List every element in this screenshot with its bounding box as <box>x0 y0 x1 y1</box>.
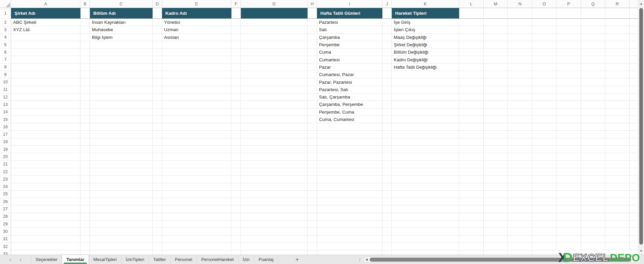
cell-partial8[interactable] <box>630 64 638 71</box>
cell-G2[interactable] <box>241 19 308 26</box>
cell-G16[interactable] <box>241 123 308 131</box>
cell-F22[interactable] <box>231 168 241 176</box>
cell-G19[interactable] <box>241 146 308 153</box>
row-header-20[interactable]: 20 <box>0 153 11 160</box>
cell-B13[interactable] <box>80 101 90 108</box>
cell-Q14[interactable] <box>581 109 605 116</box>
cell-J2[interactable] <box>382 19 392 26</box>
cell-F21[interactable] <box>231 161 241 168</box>
cell-F12[interactable] <box>231 93 241 101</box>
cell-O27[interactable] <box>532 205 557 213</box>
cell-H21[interactable] <box>308 161 317 168</box>
cell-P31[interactable] <box>556 236 581 243</box>
cell-R20[interactable] <box>605 153 630 160</box>
cell-R6[interactable] <box>605 49 630 56</box>
cell-G6[interactable] <box>241 49 308 56</box>
cell-P4[interactable] <box>556 34 581 41</box>
cell-partial3[interactable] <box>630 26 638 34</box>
cell-P9[interactable] <box>556 71 581 78</box>
cell-Q23[interactable] <box>581 176 605 183</box>
cell-L1[interactable] <box>459 8 484 19</box>
cell-C11[interactable] <box>90 86 153 93</box>
cell-Q31[interactable] <box>581 236 605 243</box>
cell-Q29[interactable] <box>581 220 605 228</box>
cell-F14[interactable] <box>231 109 241 116</box>
cell-C29[interactable] <box>90 220 153 228</box>
cell-N24[interactable] <box>508 183 532 191</box>
cell-B20[interactable] <box>80 153 90 160</box>
cell-O28[interactable] <box>532 213 557 220</box>
cell-C15[interactable] <box>90 116 153 123</box>
cell-E15[interactable] <box>162 116 231 123</box>
cell-M26[interactable] <box>484 198 508 205</box>
cell-O18[interactable] <box>532 138 557 146</box>
cell-L31[interactable] <box>459 236 484 243</box>
cell-H9[interactable] <box>308 71 317 78</box>
cell-H17[interactable] <box>308 131 317 138</box>
cell-partial30[interactable] <box>630 228 638 235</box>
cell-N28[interactable] <box>508 213 532 220</box>
col-header-P[interactable]: P <box>556 0 581 8</box>
cell-A1[interactable]: Şirket Adı <box>11 8 80 19</box>
cell-D10[interactable] <box>153 78 162 86</box>
cell-P22[interactable] <box>556 168 581 176</box>
cell-Q10[interactable] <box>581 78 605 86</box>
cell-A6[interactable] <box>11 49 80 56</box>
cell-M20[interactable] <box>484 153 508 160</box>
cell-M19[interactable] <box>484 146 508 153</box>
cell-F7[interactable] <box>231 56 241 63</box>
cell-Q27[interactable] <box>581 205 605 213</box>
cell-G3[interactable] <box>241 26 308 34</box>
cell-L7[interactable] <box>459 56 484 63</box>
cell-H12[interactable] <box>308 93 317 101</box>
cell-R31[interactable] <box>605 236 630 243</box>
cell-C2[interactable]: İnsan Kaynakları <box>90 19 153 26</box>
cell-I9[interactable]: Cumartesi, Pazar <box>317 71 382 78</box>
cell-L17[interactable] <box>459 131 484 138</box>
cell-I33[interactable] <box>317 250 382 255</box>
cell-P7[interactable] <box>556 56 581 63</box>
cell-O25[interactable] <box>532 191 557 198</box>
cell-L19[interactable] <box>459 146 484 153</box>
cell-Q26[interactable] <box>581 198 605 205</box>
cell-E14[interactable] <box>162 109 231 116</box>
cell-partial21[interactable] <box>630 161 638 168</box>
cell-H15[interactable] <box>308 116 317 123</box>
cell-I19[interactable] <box>317 146 382 153</box>
cell-F15[interactable] <box>231 116 241 123</box>
cell-I29[interactable] <box>317 220 382 228</box>
cell-C32[interactable] <box>90 243 153 250</box>
cell-G12[interactable] <box>241 93 308 101</box>
cell-O29[interactable] <box>532 220 557 228</box>
cell-R2[interactable] <box>605 19 630 26</box>
row-header-22[interactable]: 22 <box>0 168 11 176</box>
cell-R5[interactable] <box>605 41 630 49</box>
cell-B33[interactable] <box>80 250 90 255</box>
cell-R14[interactable] <box>605 109 630 116</box>
cell-F31[interactable] <box>231 236 241 243</box>
cell-C30[interactable] <box>90 228 153 235</box>
cell-R9[interactable] <box>605 71 630 78</box>
cell-M25[interactable] <box>484 191 508 198</box>
cell-L2[interactable] <box>459 19 484 26</box>
cell-K7[interactable]: Kadro Değişikliği <box>392 56 459 63</box>
cell-L4[interactable] <box>459 34 484 41</box>
cell-N7[interactable] <box>508 56 532 63</box>
row-header-23[interactable]: 23 <box>0 176 11 183</box>
cell-partial19[interactable] <box>630 146 638 153</box>
cell-J32[interactable] <box>382 243 392 250</box>
cell-E24[interactable] <box>162 183 231 191</box>
cell-N31[interactable] <box>508 236 532 243</box>
cell-B30[interactable] <box>80 228 90 235</box>
cell-Q13[interactable] <box>581 101 605 108</box>
cell-H13[interactable] <box>308 101 317 108</box>
cell-P2[interactable] <box>556 19 581 26</box>
cell-L33[interactable] <box>459 250 484 255</box>
cell-A27[interactable] <box>11 205 80 213</box>
cell-I14[interactable]: Perşembe, Cuma <box>317 109 382 116</box>
col-header-J[interactable]: J <box>382 0 392 8</box>
cell-A25[interactable] <box>11 191 80 198</box>
sheet-tab-PersonelHareket[interactable]: PersonelHareket <box>197 255 238 264</box>
cell-H22[interactable] <box>308 168 317 176</box>
cell-O7[interactable] <box>532 56 557 63</box>
